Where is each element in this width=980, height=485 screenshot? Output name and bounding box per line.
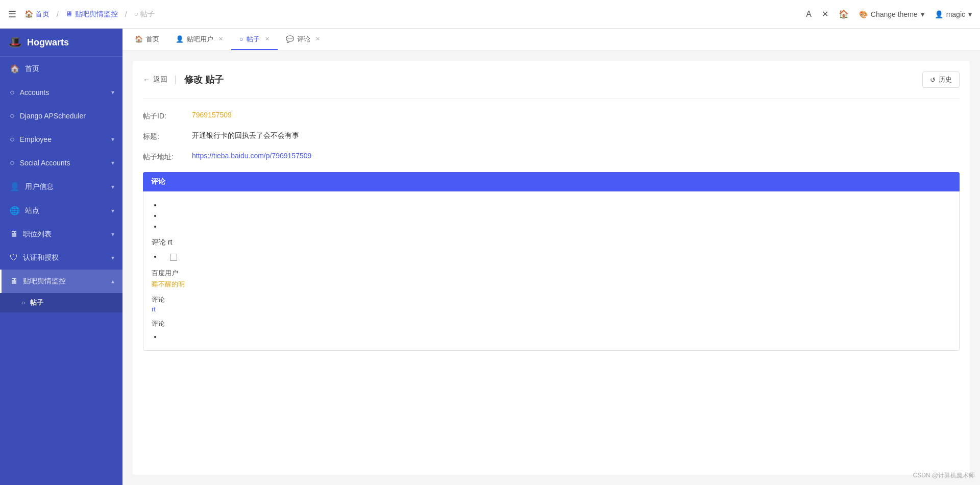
sidebar-item-accounts[interactable]: ○ Accounts ▾: [0, 81, 122, 104]
baidu-user-link[interactable]: 睡不醒的明: [152, 280, 185, 288]
tab-comments-close[interactable]: ✕: [315, 36, 320, 42]
userinfo-chevron-icon: ▾: [111, 183, 114, 190]
back-arrow-icon: ←: [143, 76, 150, 84]
home-icon[interactable]: 🏠: [839, 9, 849, 19]
sidebar-item-home[interactable]: 🏠 首页: [0, 57, 122, 81]
back-button[interactable]: ← 返回: [143, 75, 167, 84]
tab-comments[interactable]: 💬 评论 ✕: [278, 30, 328, 50]
tab-bar: 🏠 首页 👤 贴吧用户 ✕ ○ 帖子 ✕ 💬 评论 ✕: [122, 29, 980, 51]
sidebar-subitem-posts[interactable]: ○ 帖子: [0, 293, 122, 312]
home-sidebar-icon: 🏠: [10, 64, 20, 74]
user-chevron-icon: ▾: [968, 10, 972, 18]
field-label-id: 帖子ID:: [143, 111, 184, 121]
back-label: 返回: [153, 75, 167, 84]
comment-rt-bullet: [162, 251, 951, 262]
breadcrumb-tieba[interactable]: 🖥 贴吧舆情监控: [66, 10, 118, 19]
django-icon: ○: [10, 111, 15, 120]
watermark: CSDN @计算机魔术师: [913, 471, 975, 480]
field-row-title: 标题: 开通银行卡的回执丢了会不会有事: [143, 131, 960, 141]
field-label-url: 帖子地址:: [143, 152, 184, 162]
a-icon[interactable]: A: [806, 10, 812, 19]
sidebar-item-django[interactable]: ○ Django APScheduler: [0, 104, 122, 128]
tab-home-icon: 🏠: [135, 35, 143, 43]
sidebar-item-joblist[interactable]: 🖥 职位列表 ▾: [0, 223, 122, 246]
sidebar-item-userinfo[interactable]: 👤 用户信息 ▾: [0, 175, 122, 199]
menu-icon[interactable]: ☰: [8, 9, 16, 20]
sites-icon: 🌐: [10, 206, 20, 215]
sidebar-employee-label: Employee: [20, 135, 106, 143]
user-menu-button[interactable]: 👤 magic ▾: [935, 10, 972, 18]
tab-users-icon: 👤: [176, 35, 184, 43]
sidebar-item-sites[interactable]: 🌐 站点 ▾: [0, 199, 122, 223]
breadcrumb-current: ○ 帖子: [134, 10, 155, 19]
sidebar-item-auth[interactable]: 🛡 认证和授权 ▾: [0, 246, 122, 270]
comment-bullet-1: [162, 200, 951, 210]
breadcrumb-home[interactable]: 🏠 首页: [24, 10, 50, 19]
joblist-chevron-icon: ▾: [111, 231, 114, 238]
auth-chevron-icon: ▾: [111, 254, 114, 261]
tab-users-label: 贴吧用户: [187, 35, 213, 44]
change-theme-label: Change theme: [871, 10, 918, 18]
cross-icon[interactable]: ✕: [822, 9, 828, 19]
baidu-user-label: 百度用户: [152, 269, 951, 278]
tieba-chevron-icon: ▴: [111, 278, 114, 285]
tab-posts[interactable]: ○ 帖子 ✕: [231, 30, 278, 50]
comments-body: 评论 rt 百度用户 睡不醒的明: [143, 191, 960, 351]
tieba-icon: 🖥: [10, 277, 18, 286]
change-theme-button[interactable]: 🎨 Change theme ▾: [859, 10, 924, 18]
breadcrumb: 🏠 首页 / 🖥 贴吧舆情监控 / ○ 帖子: [24, 10, 802, 19]
comments-header: 评论: [143, 172, 960, 191]
page-header: ← 返回 │ 修改 贴子 ↺ 历史: [143, 71, 960, 99]
sidebar-sites-label: 站点: [25, 206, 106, 215]
comment-last-label: 评论: [152, 319, 951, 328]
field-row-url: 帖子地址: https://tieba.baidu.com/p/79691575…: [143, 152, 960, 162]
comment-rt-label: 评论 rt: [152, 238, 951, 247]
accounts-icon: ○: [10, 88, 15, 97]
tab-users[interactable]: 👤 贴吧用户 ✕: [167, 30, 231, 50]
chevron-down-icon: ▾: [921, 10, 924, 18]
social-chevron-icon: ▾: [111, 159, 114, 166]
logo-icon: 🎩: [8, 36, 22, 49]
tab-posts-close[interactable]: ✕: [265, 36, 270, 42]
header-divider: │: [174, 76, 178, 84]
tab-home[interactable]: 🏠 首页: [127, 30, 167, 50]
comment-last-bullet: [162, 331, 951, 342]
posts-sub-icon: ○: [21, 299, 25, 306]
sidebar-home-label: 首页: [25, 64, 114, 74]
comment-value-section: 评论 rt: [152, 295, 951, 313]
field-value-title: 开通银行卡的回执丢了会不会有事: [192, 131, 299, 140]
auth-icon: 🛡: [10, 253, 18, 262]
employee-chevron-icon: ▾: [111, 136, 114, 143]
user-label: magic: [946, 10, 965, 18]
tab-comments-label: 评论: [297, 35, 310, 44]
employee-icon: ○: [10, 135, 15, 144]
comment-checkbox[interactable]: [170, 254, 177, 261]
page-title: 修改 贴子: [184, 74, 224, 86]
sidebar-social-label: Social Accounts: [20, 159, 106, 167]
comment-rt-bullets: [152, 251, 951, 262]
joblist-icon: 🖥: [10, 230, 18, 239]
history-icon: ↺: [930, 76, 936, 84]
tab-posts-label: 帖子: [247, 35, 260, 44]
field-value-url[interactable]: https://tieba.baidu.com/p/7969157509: [192, 152, 311, 160]
comment-rt-static-label: 评论: [152, 295, 951, 304]
page-header-left: ← 返回 │ 修改 贴子: [143, 74, 224, 86]
header-icons: A ✕ 🏠 🎨 Change theme ▾ 👤 magic ▾: [806, 9, 972, 19]
palette-icon: 🎨: [859, 10, 868, 18]
sites-chevron-icon: ▾: [111, 207, 114, 214]
sidebar: 🎩 Hogwarts 🏠 首页 ○ Accounts ▾ ○ Django AP…: [0, 29, 122, 485]
tab-comments-icon: 💬: [286, 35, 294, 43]
sidebar-joblist-label: 职位列表: [23, 230, 106, 239]
sidebar-accounts-label: Accounts: [20, 88, 106, 96]
field-value-id: 7969157509: [192, 111, 232, 119]
sidebar-item-tieba[interactable]: 🖥 贴吧舆情监控 ▴: [0, 270, 122, 293]
sidebar-logo: 🎩 Hogwarts: [0, 29, 122, 57]
tab-home-label: 首页: [146, 35, 159, 44]
user-icon: 👤: [935, 10, 943, 18]
history-button[interactable]: ↺ 历史: [922, 71, 960, 88]
tab-users-close[interactable]: ✕: [218, 36, 223, 42]
main-layout: 🎩 Hogwarts 🏠 首页 ○ Accounts ▾ ○ Django AP…: [0, 29, 980, 485]
sidebar-item-employee[interactable]: ○ Employee ▾: [0, 128, 122, 151]
sidebar-item-social[interactable]: ○ Social Accounts ▾: [0, 151, 122, 175]
accounts-chevron-icon: ▾: [111, 89, 114, 96]
